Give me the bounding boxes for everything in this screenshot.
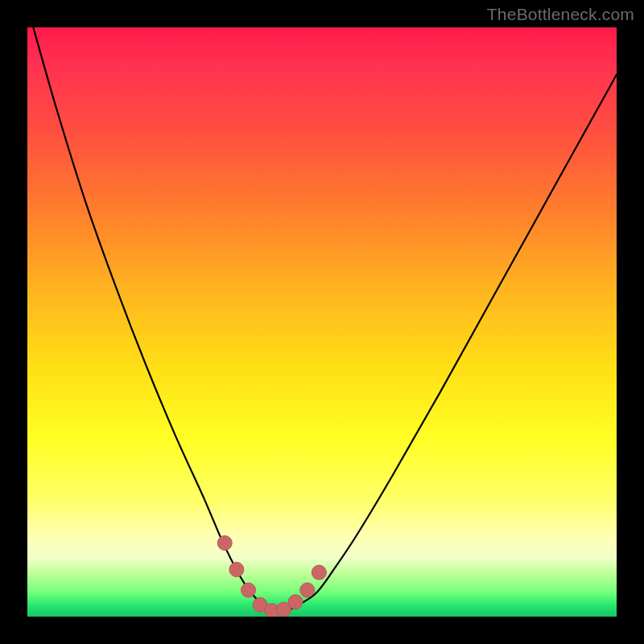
marker-dot [300, 583, 315, 597]
marker-dot [229, 562, 244, 576]
marker-dot [242, 583, 256, 597]
marker-dot [288, 595, 303, 609]
bottleneck-curve [33, 27, 617, 612]
watermark-text: TheBottleneck.com [487, 5, 634, 24]
chart-svg [27, 27, 617, 617]
marker-dot [312, 565, 326, 580]
chart-stage: TheBottleneck.com [0, 0, 644, 644]
highlighted-range-markers [217, 536, 326, 617]
marker-dot [217, 536, 232, 551]
plot-area [27, 27, 617, 617]
